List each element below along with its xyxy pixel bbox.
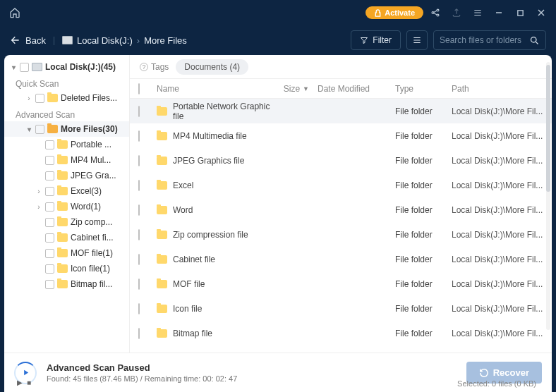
row-checkbox[interactable] bbox=[138, 106, 140, 117]
row-checkbox[interactable] bbox=[138, 278, 140, 290]
folder-icon bbox=[57, 140, 68, 149]
table-row[interactable]: Cabinet fileFile folderLocal Disk(J:)\Mo… bbox=[130, 247, 552, 271]
view-list-button[interactable] bbox=[406, 30, 428, 50]
filter-button[interactable]: Filter bbox=[351, 30, 401, 50]
search-box[interactable] bbox=[433, 30, 546, 50]
tags-label: ?Tags bbox=[140, 62, 169, 72]
search-icon[interactable] bbox=[529, 35, 540, 46]
table-row[interactable]: Icon fileFile folderLocal Disk(J:)\More … bbox=[130, 296, 552, 321]
sidebar-item[interactable]: ›Word(1) bbox=[4, 199, 129, 214]
sidebar-item[interactable]: Bitmap fil... bbox=[4, 276, 129, 292]
sidebar-deleted-files[interactable]: ›Deleted Files... bbox=[4, 90, 129, 106]
back-button[interactable]: Back bbox=[10, 35, 46, 46]
sidebar-more-files[interactable]: ▾More Files(30) bbox=[4, 121, 129, 137]
close-button[interactable] bbox=[532, 4, 550, 22]
row-type: File folder bbox=[395, 230, 452, 240]
search-input[interactable] bbox=[440, 35, 525, 45]
titlebar: Activate bbox=[0, 0, 556, 25]
maximize-button[interactable] bbox=[511, 4, 529, 22]
play-small-icon[interactable]: ▶ bbox=[17, 379, 23, 386]
breadcrumb-disk[interactable]: Local Disk(J:) bbox=[77, 35, 133, 46]
col-name[interactable]: Name bbox=[157, 84, 275, 94]
col-date[interactable]: Date Modified bbox=[318, 84, 395, 94]
minimize-button[interactable] bbox=[490, 4, 508, 22]
row-checkbox[interactable] bbox=[138, 328, 140, 339]
table-row[interactable]: ExcelFile folderLocal Disk(J:)\More Fil.… bbox=[130, 173, 552, 197]
folder-icon bbox=[157, 107, 167, 116]
table-row[interactable]: JPEG Graphics fileFile folderLocal Disk(… bbox=[130, 148, 552, 173]
row-type: File folder bbox=[395, 131, 452, 141]
folder-icon bbox=[157, 181, 167, 190]
toolbar: Back | Local Disk(J:) › More Files Filte… bbox=[0, 25, 556, 55]
main-panel: ?Tags Documents (4) Name Size▼ Date Modi… bbox=[130, 55, 552, 353]
row-name: MOF file bbox=[173, 279, 205, 289]
folder-icon bbox=[157, 206, 167, 214]
row-checkbox[interactable] bbox=[138, 204, 140, 216]
svg-rect-3 bbox=[517, 10, 522, 15]
row-path: Local Disk(J:)\More Fil... bbox=[452, 230, 543, 240]
folder-icon bbox=[157, 329, 167, 338]
table-row[interactable]: Zip compression fileFile folderLocal Dis… bbox=[130, 222, 552, 247]
scrollbar[interactable] bbox=[546, 62, 550, 330]
table-row[interactable]: MOF fileFile folderLocal Disk(J:)\More F… bbox=[130, 271, 552, 296]
sidebar-advscan-label: Advanced Scan bbox=[4, 106, 129, 121]
folder-icon bbox=[57, 280, 68, 288]
col-path[interactable]: Path bbox=[452, 84, 543, 94]
sidebar-item[interactable]: Icon file(1) bbox=[4, 261, 129, 276]
row-type: File folder bbox=[395, 180, 452, 190]
folder-icon bbox=[157, 255, 167, 264]
sidebar: ▾Local Disk(J:)(45) Quick Scan ›Deleted … bbox=[4, 55, 130, 353]
sidebar-item[interactable]: ›Excel(3) bbox=[4, 183, 129, 199]
folder-icon bbox=[157, 305, 167, 313]
row-path: Local Disk(J:)\More Fil... bbox=[452, 131, 543, 141]
folder-icon bbox=[57, 187, 68, 195]
row-checkbox[interactable] bbox=[138, 180, 140, 191]
col-size[interactable]: Size▼ bbox=[275, 84, 318, 94]
row-name: Icon file bbox=[173, 304, 202, 314]
sidebar-item[interactable]: MOF file(1) bbox=[4, 245, 129, 261]
row-checkbox[interactable] bbox=[138, 254, 140, 265]
folder-icon bbox=[57, 156, 68, 164]
table-row[interactable]: MP4 Multimedia fileFile folderLocal Disk… bbox=[130, 123, 552, 148]
share-icon[interactable] bbox=[426, 4, 445, 22]
row-name: MP4 Multimedia file bbox=[173, 131, 247, 141]
folder-icon bbox=[157, 132, 167, 140]
sidebar-root[interactable]: ▾Local Disk(J:)(45) bbox=[4, 59, 129, 75]
activate-button[interactable]: Activate bbox=[365, 6, 423, 19]
tag-bar: ?Tags Documents (4) bbox=[130, 55, 552, 79]
row-path: Local Disk(J:)\More Fil... bbox=[452, 106, 543, 116]
table-row[interactable]: Portable Network Graphic fileFile folder… bbox=[130, 99, 552, 123]
folder-icon bbox=[157, 280, 167, 288]
sidebar-item[interactable]: MP4 Mul... bbox=[4, 152, 129, 168]
row-checkbox[interactable] bbox=[138, 130, 140, 142]
row-path: Local Disk(J:)\More Fil... bbox=[452, 180, 543, 190]
folder-icon bbox=[47, 94, 58, 102]
row-path: Local Disk(J:)\More Fil... bbox=[452, 255, 543, 264]
export-icon[interactable] bbox=[447, 4, 466, 22]
col-type[interactable]: Type bbox=[395, 84, 452, 94]
breadcrumb-folder[interactable]: More Files bbox=[144, 35, 187, 46]
menu-icon[interactable] bbox=[469, 4, 487, 22]
stop-small-icon[interactable]: ■ bbox=[27, 379, 31, 386]
file-rows: Portable Network Graphic fileFile folder… bbox=[130, 99, 552, 353]
row-type: File folder bbox=[395, 279, 452, 289]
sidebar-item[interactable]: Zip comp... bbox=[4, 214, 129, 230]
row-checkbox[interactable] bbox=[138, 229, 140, 240]
sidebar-item[interactable]: Portable ... bbox=[4, 137, 129, 152]
svg-point-4 bbox=[531, 37, 537, 42]
table-row[interactable]: WordFile folderLocal Disk(J:)\More Fil..… bbox=[130, 197, 552, 222]
row-name: Portable Network Graphic file bbox=[173, 102, 275, 121]
row-type: File folder bbox=[395, 304, 452, 314]
back-label: Back bbox=[25, 35, 46, 46]
documents-chip[interactable]: Documents (4) bbox=[176, 59, 248, 75]
row-path: Local Disk(J:)\More Fil... bbox=[452, 156, 543, 166]
folder-icon bbox=[57, 202, 68, 211]
select-all-checkbox[interactable] bbox=[138, 83, 140, 94]
table-row[interactable]: Bitmap fileFile folderLocal Disk(J:)\Mor… bbox=[130, 321, 552, 345]
folder-icon bbox=[157, 157, 167, 165]
row-checkbox[interactable] bbox=[138, 155, 140, 166]
row-checkbox[interactable] bbox=[138, 303, 140, 314]
sidebar-item[interactable]: JPEG Gra... bbox=[4, 168, 129, 183]
sidebar-item[interactable]: Cabinet fi... bbox=[4, 230, 129, 245]
home-button[interactable] bbox=[6, 4, 24, 22]
